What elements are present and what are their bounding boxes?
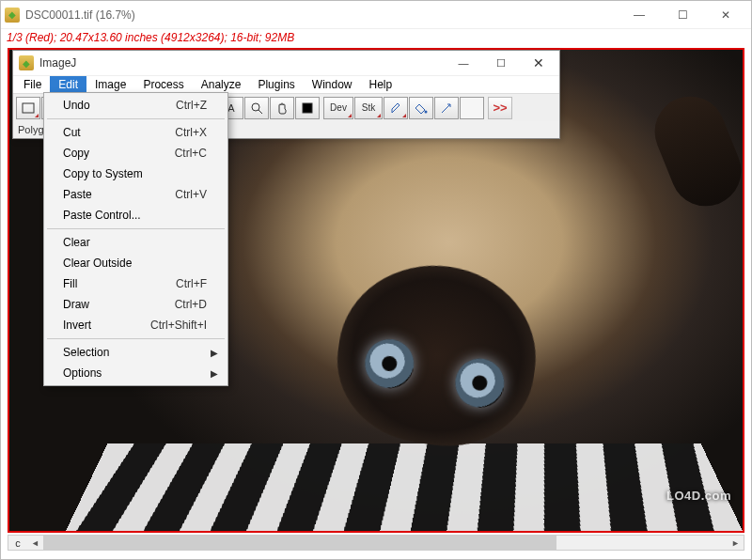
tool-hand[interactable] (270, 97, 294, 119)
menu-item-shortcut: Ctrl+Z (176, 99, 207, 112)
image-info-status: 1/3 (Red); 20.47x13.60 inches (4912x3264… (1, 29, 751, 46)
svg-point-10 (425, 110, 428, 113)
menu-item-shortcut: Ctrl+Shift+I (150, 319, 207, 332)
menu-item-label: Draw (63, 298, 175, 311)
tool-dev-menu[interactable]: Dev (323, 97, 353, 119)
svg-rect-0 (23, 103, 34, 113)
tool-flood-fill[interactable] (409, 97, 433, 119)
imagej-window-title: ImageJ (39, 56, 76, 70)
imagej-titlebar[interactable]: ◆ ImageJ — ☐ ✕ (13, 51, 559, 75)
svg-line-8 (258, 110, 262, 114)
scroll-track[interactable] (43, 536, 728, 550)
outer-maximize-button[interactable]: ☐ (661, 1, 704, 29)
menu-item-selection[interactable]: Selection▶ (46, 342, 226, 363)
more-icon: >> (493, 101, 507, 115)
menu-item-invert[interactable]: InvertCtrl+Shift+I (46, 315, 226, 335)
menu-item-undo[interactable]: UndoCtrl+Z (46, 95, 226, 116)
svg-line-11 (442, 104, 450, 113)
stk-label: Stk (362, 102, 375, 113)
menu-separator (47, 228, 225, 229)
menu-item-label: Selection (63, 346, 207, 359)
svg-point-7 (252, 103, 259, 111)
menu-item-shortcut: Ctrl+C (175, 147, 207, 160)
menu-item-draw[interactable]: DrawCtrl+D (46, 294, 226, 315)
outer-window-title: DSC00011.tif (16.7%) (25, 8, 135, 22)
menu-separator (47, 118, 225, 119)
menu-item-shortcut: Ctrl+F (176, 277, 207, 290)
menu-process[interactable]: Process (134, 76, 192, 93)
tool-brush[interactable] (384, 97, 408, 119)
menu-item-label: Invert (63, 319, 150, 332)
outer-close-button[interactable]: ✕ (704, 1, 747, 29)
menu-image[interactable]: Image (86, 76, 134, 93)
menu-file[interactable]: File (15, 76, 50, 93)
text-icon: A (227, 102, 234, 114)
menu-analyze[interactable]: Analyze (193, 76, 250, 93)
menu-item-label: Copy (63, 147, 175, 160)
menu-item-clear[interactable]: Clear (46, 232, 226, 253)
menu-help[interactable]: Help (361, 76, 401, 93)
menu-item-copy[interactable]: CopyCtrl+C (46, 143, 226, 163)
submenu-arrow-icon: ▶ (211, 348, 218, 358)
menu-window[interactable]: Window (304, 76, 361, 93)
outer-titlebar[interactable]: ◆ DSC00011.tif (16.7%) — ☐ ✕ (1, 1, 751, 29)
menu-item-paste-control[interactable]: Paste Control... (46, 205, 226, 226)
channel-scrollbar[interactable]: c ◄ ► (8, 535, 744, 551)
imagej-minimize-button[interactable]: — (445, 51, 482, 75)
menu-item-label: Paste Control... (63, 209, 207, 222)
scroll-right-button[interactable]: ► (728, 536, 744, 550)
menu-item-shortcut: Ctrl+V (175, 188, 207, 201)
tool-rectangle[interactable] (16, 97, 40, 119)
menu-item-label: Clear (63, 236, 207, 249)
menu-item-label: Paste (63, 188, 175, 201)
menu-item-fill[interactable]: FillCtrl+F (46, 273, 226, 294)
channel-scroll-label: c (8, 537, 27, 549)
menu-separator (47, 338, 225, 339)
outer-minimize-button[interactable]: — (618, 1, 661, 29)
tool-empty-slot[interactable] (460, 97, 484, 119)
imagej-icon: ◆ (19, 55, 34, 70)
menu-item-copy-to-system[interactable]: Copy to System (46, 163, 226, 184)
menu-edit[interactable]: Edit (50, 76, 86, 93)
menu-item-clear-outside[interactable]: Clear Outside (46, 253, 226, 273)
tool-more-tools[interactable]: >> (488, 97, 512, 119)
svg-rect-9 (303, 103, 312, 113)
menu-item-label: Fill (63, 277, 176, 290)
imagej-app-icon: ◆ (5, 8, 20, 23)
imagej-menubar: File Edit Image Process Analyze Plugins … (13, 75, 559, 93)
submenu-arrow-icon: ▶ (211, 368, 218, 379)
menu-item-paste[interactable]: PasteCtrl+V (46, 184, 226, 205)
menu-item-shortcut: Ctrl+D (175, 298, 207, 311)
menu-item-cut[interactable]: CutCtrl+X (46, 122, 226, 143)
scroll-thumb[interactable] (43, 536, 556, 550)
menu-item-label: Copy to System (63, 167, 207, 180)
scroll-left-button[interactable]: ◄ (27, 536, 43, 550)
menu-item-shortcut: Ctrl+X (175, 126, 207, 139)
tool-arrow[interactable] (434, 97, 459, 119)
menu-plugins[interactable]: Plugins (249, 76, 303, 93)
tool-zoom[interactable] (244, 97, 269, 119)
menu-item-options[interactable]: Options▶ (46, 363, 226, 383)
tool-color-picker[interactable] (295, 97, 320, 119)
imagej-maximize-button[interactable]: ☐ (482, 51, 520, 75)
menu-item-label: Cut (63, 126, 175, 139)
watermark-text: LO4D.com (666, 489, 731, 503)
tool-stacks-menu[interactable]: Stk (354, 97, 383, 119)
menu-item-label: Options (63, 366, 207, 380)
dev-label: Dev (330, 102, 347, 113)
menu-item-label: Clear Outside (63, 257, 207, 270)
menu-item-label: Undo (63, 99, 176, 112)
edit-menu-dropdown: UndoCtrl+ZCutCtrl+XCopyCtrl+CCopy to Sys… (43, 92, 228, 386)
imagej-close-button[interactable]: ✕ (520, 51, 557, 75)
